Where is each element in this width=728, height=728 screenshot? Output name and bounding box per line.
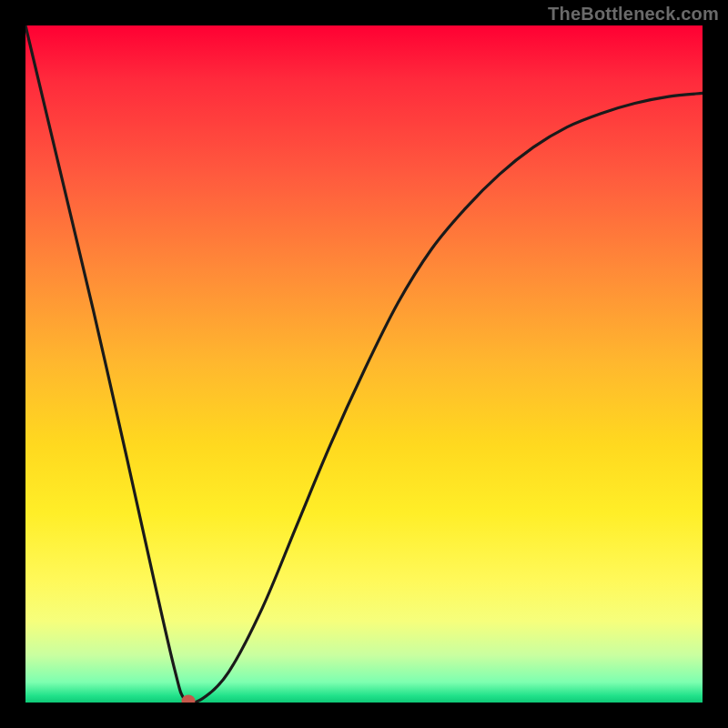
chart-curve — [25, 25, 703, 703]
outer-frame: TheBottleneck.com — [0, 0, 728, 728]
watermark-text: TheBottleneck.com — [548, 4, 719, 25]
plot-area — [25, 25, 703, 703]
min-marker-dot — [181, 694, 195, 703]
curve-path — [25, 25, 703, 703]
